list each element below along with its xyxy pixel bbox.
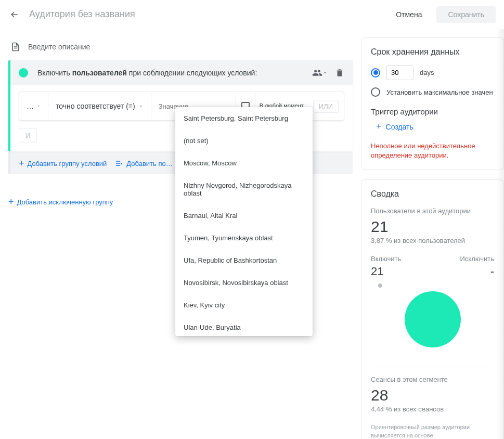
description-placeholder: Введите описание (28, 43, 90, 51)
value-dropdown: Saint Petersburg, Saint Petersburg (not … (175, 107, 313, 336)
trigger-title: Триггер аудитории (371, 107, 494, 116)
include-indicator (19, 68, 28, 78)
caret-down-icon (138, 104, 144, 109)
description-icon (10, 42, 21, 52)
delete-group-button[interactable] (335, 68, 344, 78)
caret-down-icon (37, 104, 41, 109)
plus-icon: + (8, 197, 14, 206)
back-button[interactable] (8, 8, 21, 21)
radio-selected-icon (371, 68, 380, 78)
exclude-value: - (490, 265, 494, 278)
condition-header: Включить пользователей при соблюдении сл… (10, 60, 353, 85)
arrow-left-icon (9, 9, 20, 20)
add-sequence-button[interactable]: Добавить по… (115, 159, 172, 168)
days-input[interactable] (386, 65, 413, 80)
trash-icon (335, 68, 344, 78)
scope-selector[interactable] (312, 68, 328, 78)
chart-marker (378, 283, 382, 288)
save-button[interactable]: Сохранить (436, 6, 496, 23)
or-button[interactable]: ИЛИ (313, 100, 339, 113)
plus-icon: + (376, 121, 382, 132)
match-type-selector[interactable]: точно соответствует (=) (48, 92, 151, 120)
sessions-value: 28 (371, 386, 494, 404)
sessions-label: Сеансы в этом сегменте (371, 376, 494, 383)
users-value: 21 (371, 218, 494, 236)
people-icon (312, 68, 322, 78)
dropdown-item[interactable]: Tyumen, Tyumenskaya oblast (175, 227, 313, 249)
dropdown-item[interactable]: Ulan-Ude, Buryatia (175, 316, 313, 336)
include-label: Включить (371, 255, 401, 263)
sequence-icon (115, 159, 123, 167)
dropdown-item[interactable]: Moscow, Moscow (175, 152, 313, 174)
radio-unselected-icon (371, 87, 380, 97)
caret-down-icon (322, 70, 328, 75)
dropdown-item[interactable]: (not set) (175, 130, 313, 152)
summary-title: Сводка (371, 189, 494, 199)
dimension-selector[interactable]: … (19, 92, 48, 120)
dropdown-item[interactable]: Nizhny Novgorod, Nizhegorodskaya oblast (175, 174, 313, 204)
dropdown-item[interactable]: Novosibirsk, Novosibirskaya oblast (175, 272, 313, 294)
retention-title: Срок хранения данных (371, 47, 494, 57)
description-row[interactable]: Введите описание (8, 37, 353, 60)
footnote: Ориентировочный размер аудитории вычисля… (371, 423, 494, 439)
plus-icon: + (19, 159, 24, 168)
page-title[interactable]: Аудитория без названия (29, 9, 385, 20)
dropdown-item[interactable]: Barnaul, Altai Krai (175, 204, 313, 227)
pie-chart (371, 283, 494, 351)
error-message: Неполное или недействительное определени… (371, 141, 494, 160)
create-trigger-button[interactable]: + Создать (371, 121, 494, 132)
users-pct: 3,87 % из всех пользователей (371, 237, 494, 244)
add-condition-group-button[interactable]: + Добавить группу условий (19, 159, 107, 168)
divider (371, 367, 494, 367)
dropdown-item[interactable]: Ufa, Republic of Bashkortostan (175, 249, 313, 272)
dropdown-item[interactable]: Kiev, Kyiv city (175, 294, 313, 316)
users-label: Пользователи в этой аудитории (371, 207, 494, 215)
include-value: 21 (371, 265, 383, 278)
sessions-pct: 4,44 % из всех сеансов (371, 405, 494, 413)
pie-slice-include (405, 291, 461, 347)
condition-title: Включить пользователей при соблюдении сл… (37, 69, 312, 77)
retention-panel: Срок хранения данных days Установить мак… (361, 37, 504, 170)
cancel-button[interactable]: Отмена (385, 6, 432, 23)
retention-max-option[interactable]: Установить максимальное значен (371, 87, 494, 97)
dropdown-item[interactable]: Saint Petersburg, Saint Petersburg (175, 107, 313, 130)
summary-panel: Сводка Пользователи в этой аудитории 21 … (361, 179, 504, 439)
retention-days-option[interactable]: days (371, 65, 494, 80)
page-header: Аудитория без названия Отмена Сохранить (0, 0, 504, 29)
and-button[interactable]: И (19, 128, 37, 143)
exclude-label: Исключить (460, 255, 495, 263)
